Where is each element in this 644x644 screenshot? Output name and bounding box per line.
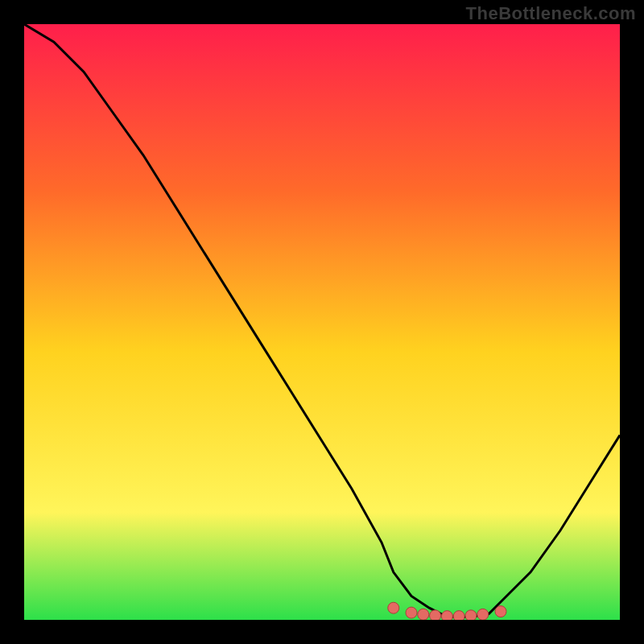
marker-dot xyxy=(418,609,429,620)
chart-frame: TheBottleneck.com xyxy=(0,0,644,644)
marker-dot xyxy=(495,606,506,617)
marker-dot xyxy=(441,611,452,620)
watermark-text: TheBottleneck.com xyxy=(466,3,636,24)
marker-dot xyxy=(465,610,477,620)
marker-dot xyxy=(406,607,417,618)
plot-area xyxy=(24,24,620,620)
chart-svg xyxy=(24,24,620,620)
marker-dot xyxy=(430,610,441,620)
marker-dot xyxy=(388,602,399,613)
marker-dot xyxy=(477,609,489,620)
marker-dot xyxy=(453,611,464,620)
